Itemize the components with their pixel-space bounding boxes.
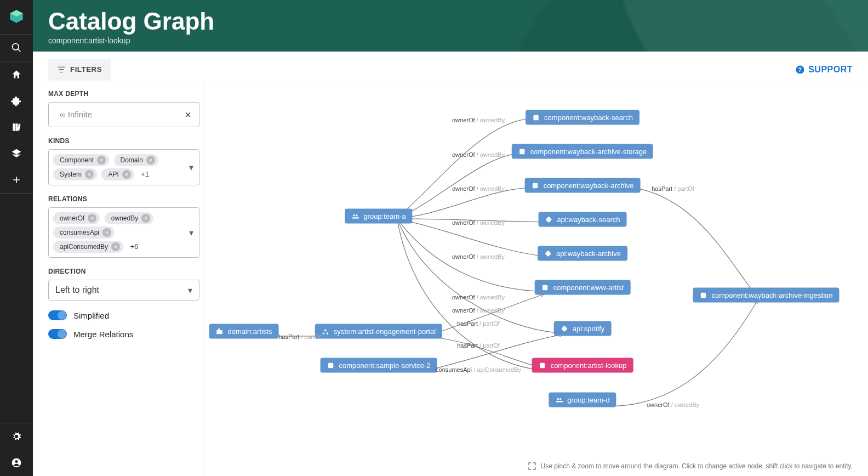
svg-point-20 [324, 329, 327, 331]
component-icon [539, 361, 546, 369]
node-label: group:team-a [363, 212, 406, 220]
node-group-team-d[interactable]: group:team-d [549, 393, 616, 407]
svg-point-16 [559, 398, 561, 400]
kind-chip-system[interactable]: System× [53, 168, 97, 180]
library-icon[interactable] [0, 114, 33, 140]
kinds-select[interactable]: Component× Domain× System× API× +1 ▾ [48, 149, 199, 185]
node-label: api:wayback-archive [556, 250, 621, 258]
chip-remove-icon[interactable]: × [85, 170, 94, 179]
component-icon [541, 284, 549, 291]
page-title: Catalog Graph [48, 9, 853, 34]
chip-remove-icon[interactable]: × [146, 156, 155, 165]
svg-rect-18 [216, 330, 222, 334]
relation-chip-ownerof[interactable]: ownerOf× [53, 212, 100, 224]
direction-select[interactable]: Left to right ▾ [48, 280, 199, 301]
edge-label: hasPart / partOf [457, 320, 500, 327]
svg-point-22 [327, 332, 329, 335]
graph-edges [204, 84, 860, 476]
node-api-spotify[interactable]: api:spotify [554, 321, 612, 336]
edge-label: ownerOf / ownedBy [452, 219, 505, 226]
maxdepth-input[interactable]: ∞ Infinite × [48, 102, 199, 127]
chip-remove-icon[interactable]: × [97, 156, 106, 165]
filters-sidebar: MAX DEPTH ∞ Infinite × KINDS Component× … [33, 82, 204, 476]
svg-point-5 [15, 460, 18, 463]
kind-chip-domain[interactable]: Domain× [114, 154, 158, 166]
node-label: component:wayback-archive-ingestion [711, 291, 832, 299]
svg-point-15 [557, 398, 559, 400]
node-label: component:wayback-archive-storage [530, 148, 647, 156]
clear-icon[interactable]: × [185, 109, 191, 121]
edge-label: hasPart / partOf [652, 185, 694, 192]
node-domain-artists[interactable]: domain:artists [209, 324, 279, 339]
svg-rect-23 [328, 362, 333, 367]
expand-icon [528, 462, 536, 471]
chevron-down-icon[interactable]: ▾ [189, 228, 193, 238]
logo-icon[interactable] [9, 9, 24, 24]
kind-chip-api[interactable]: API× [101, 168, 134, 180]
support-link-label: SUPPORT [808, 65, 853, 75]
chevron-down-icon[interactable]: ▾ [189, 162, 193, 173]
add-icon[interactable] [0, 167, 33, 193]
relation-chip-consumesapi[interactable]: consumesApi× [53, 226, 115, 239]
relation-chip-apiconsumedby[interactable]: apiConsumedBy× [53, 241, 123, 253]
kinds-label: KINDS [48, 137, 199, 145]
svg-rect-12 [533, 183, 538, 188]
node-system-artist-engagement-portal[interactable]: system:artist-engagement-portal [315, 324, 442, 339]
kind-chip-component[interactable]: Component× [53, 154, 109, 166]
svg-rect-14 [540, 362, 545, 367]
chip-remove-icon[interactable]: × [88, 214, 96, 223]
node-component-artist-lookup[interactable]: component:artist-lookup [532, 358, 633, 373]
simplified-toggle-label: Simplified [73, 311, 109, 320]
kinds-more-count: +1 [141, 170, 149, 178]
node-label: component:wayback-search [544, 114, 633, 122]
chip-remove-icon[interactable]: × [111, 242, 120, 251]
node-component-wayback-search[interactable]: component:wayback-search [526, 110, 639, 125]
merge-relations-toggle[interactable] [48, 329, 67, 339]
node-api-wayback-search[interactable]: api:wayback-search [539, 212, 627, 227]
svg-point-8 [353, 214, 355, 217]
search-icon[interactable] [0, 35, 33, 61]
node-group-team-a[interactable]: group:team-a [345, 209, 412, 224]
svg-line-3 [18, 49, 21, 52]
chevron-down-icon[interactable]: ▾ [188, 285, 192, 296]
home-icon[interactable] [0, 61, 33, 88]
direction-value: Left to right [55, 285, 99, 295]
svg-point-9 [356, 214, 358, 217]
filters-button[interactable]: FILTERS [48, 59, 111, 81]
chip-remove-icon[interactable]: × [122, 170, 131, 179]
node-label: api:spotify [573, 325, 605, 333]
extension-icon[interactable] [0, 88, 33, 114]
relations-label: RELATIONS [48, 195, 199, 203]
node-label: component:artist-lookup [551, 361, 627, 370]
svg-text:?: ? [798, 66, 802, 72]
node-component-wayback-archive-ingestion[interactable]: component:wayback-archive-ingestion [693, 288, 839, 303]
chip-remove-icon[interactable]: × [141, 214, 150, 223]
edge-label: ownerOf / ownedBy [452, 185, 505, 192]
relation-chip-ownedby[interactable]: ownedBy× [105, 212, 153, 224]
svg-rect-11 [519, 149, 524, 154]
relations-select[interactable]: ownerOf× ownedBy× consumesApi× apiConsum… [48, 207, 199, 258]
support-link[interactable]: ? SUPPORT [795, 65, 853, 75]
svg-rect-10 [533, 115, 538, 120]
node-component-wayback-archive-storage[interactable]: component:wayback-archive-storage [512, 144, 653, 159]
chip-remove-icon[interactable]: × [102, 228, 111, 237]
node-component-sample-service-2[interactable]: component:sample-service-2 [321, 358, 437, 373]
node-component-wayback-archive[interactable]: component:wayback-archive [525, 178, 641, 193]
account-icon[interactable] [0, 450, 33, 476]
node-api-wayback-archive[interactable]: api:wayback-archive [538, 246, 627, 261]
api-icon [544, 250, 552, 257]
group-icon [555, 396, 563, 404]
svg-rect-13 [542, 285, 547, 290]
node-label: group:team-d [567, 396, 609, 404]
api-icon [545, 216, 553, 223]
node-label: component:wayback-archive [544, 182, 634, 190]
graph-canvas[interactable]: group:team-a component:wayback-search co… [204, 84, 860, 476]
layers-icon[interactable] [0, 140, 33, 167]
simplified-toggle[interactable] [48, 310, 67, 320]
filters-button-label: FILTERS [70, 65, 102, 73]
node-label: component:sample-service-2 [339, 361, 431, 370]
settings-icon[interactable] [0, 423, 33, 450]
maxdepth-label: MAX DEPTH [48, 90, 199, 98]
edge-label: ownerOf / ownedBy [452, 294, 505, 301]
node-component-www-artist[interactable]: component:www-artist [535, 280, 631, 295]
